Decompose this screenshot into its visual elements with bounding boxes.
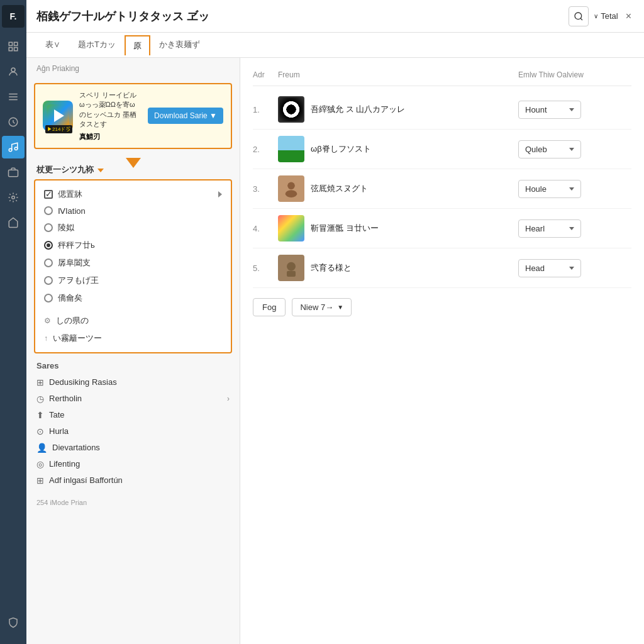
dropdown-button-1[interactable]: Hount: [518, 101, 581, 119]
sidebar-icon-9[interactable]: [2, 611, 25, 634]
promo-icon: ▶214ドゔ: [43, 101, 73, 131]
grid2-icon: ⊞: [36, 475, 44, 486]
track-dropdown-4: Hearl: [518, 219, 631, 238]
left-panel: Аĝn Priaking ▶214ドゔ スベリ リーイビルωっっ薬ΏΩを寄ωのヒ…: [26, 58, 240, 644]
track-dropdown-5: Head: [518, 259, 631, 277]
new-button[interactable]: Niew 7→ ▼: [292, 298, 352, 316]
table-row: 5. 弐育る様と Head: [253, 248, 631, 288]
track-name-5: 弐育る様と: [311, 262, 352, 274]
dropdown-button-3[interactable]: Houle: [518, 180, 581, 198]
app-logo[interactable]: F.: [2, 5, 25, 28]
dropdown-value-2: Quleb: [525, 145, 547, 154]
user-menu[interactable]: ∨ Tetal: [594, 11, 618, 21]
search-icon: [574, 11, 584, 21]
filter-label-9: い霧籬ーツー: [53, 333, 102, 344]
track-number-1: 1.: [253, 105, 278, 114]
filter-label-2: ⅣIation: [58, 206, 86, 216]
table-row: 2. ωβ脊しフソスト Quleb: [253, 130, 631, 169]
filter-item-6[interactable]: アヲもげ王: [35, 272, 231, 289]
sares-item-6[interactable]: ◎ Lifenting: [36, 456, 230, 472]
sidebar-icon-6[interactable]: [2, 161, 25, 184]
person-silhouette: [282, 180, 300, 197]
sidebar-icon-1[interactable]: [2, 35, 25, 58]
dropdown-value-3: Houle: [525, 184, 547, 194]
promo-section-label: Аĝn Priaking: [26, 58, 240, 75]
sares-label-7: Adf inlgasí Baffortún: [49, 475, 123, 485]
sidebar-icon-3[interactable]: [2, 86, 25, 108]
upload-icon: ↑: [44, 334, 48, 343]
sares-label-2: Rertholin: [49, 394, 82, 403]
track-name-1: 吾縡狨允 ス 山八カアッレ: [311, 104, 405, 115]
circle-dots-icon: ◎: [36, 459, 44, 469]
svg-rect-8: [9, 170, 18, 177]
dropdown-value-4: Hearl: [525, 224, 545, 233]
sares-label-3: Tate: [49, 410, 65, 419]
sares-item-2[interactable]: ◷ Rertholin ›: [36, 391, 230, 407]
filter-item-4[interactable]: 秤秤フ廿ь: [35, 236, 231, 254]
col-freum: Freum: [278, 70, 518, 79]
filter-label-3: 陵姒: [58, 222, 74, 233]
filter-label-1: 偲置牀: [58, 189, 82, 200]
sares-item-7[interactable]: ⊞ Adf inlgasí Baffortún: [36, 472, 230, 489]
svg-point-6: [9, 148, 12, 152]
track-name-3: 弦厎焼スヌグト: [311, 183, 368, 194]
filter-sub-item-8[interactable]: ⚙ しの県の: [35, 312, 231, 330]
svg-rect-2: [9, 48, 12, 51]
gear-icon: ⚙: [44, 316, 51, 325]
svg-point-13: [287, 262, 296, 271]
tab-1[interactable]: 表∨: [36, 34, 69, 57]
filter-item-2[interactable]: ⅣIation: [35, 203, 231, 219]
filter-heading-text: 杖更一シツ九袮: [36, 164, 94, 175]
track-dropdown-3: Houle: [518, 180, 631, 198]
sares-label-6: Lifenting: [49, 459, 80, 469]
table-header: Adr Freum Emlw Thiw Oalview: [253, 68, 631, 86]
tab-4[interactable]: かき衷麺ず: [150, 34, 209, 57]
header: 栢銭ゲフ十ルゲトリタタッス ヹッ ∨ Tetal ×: [26, 0, 644, 33]
dropdown-button-4[interactable]: Hearl: [518, 219, 581, 238]
search-button[interactable]: [569, 6, 589, 26]
svg-point-9: [12, 196, 15, 199]
dropdown-button-5[interactable]: Head: [518, 259, 581, 277]
track-name-2: ωβ脊しフソスト: [311, 143, 371, 155]
tabs-bar: 表∨ 题ホTカッ 原 かき衷麺ず: [26, 33, 644, 58]
download-button[interactable]: Download Sarie ▼: [148, 108, 223, 124]
filter-sub-item-9[interactable]: ↑ い霧籬ーツー: [35, 330, 231, 347]
track-thumb-3: [278, 175, 304, 202]
close-button[interactable]: ×: [623, 8, 634, 25]
sares-section: Sares ⊞ Dedusiking Rasias ◷ Rertholin › …: [26, 353, 240, 491]
arrow-right-icon-1: [218, 191, 222, 197]
filter-label-6: アヲもげ王: [58, 275, 99, 286]
sidebar-icon-8[interactable]: [2, 211, 25, 234]
tab-3[interactable]: 原: [125, 35, 150, 55]
sares-item-4[interactable]: ⊙ Hurla: [36, 423, 230, 440]
sidebar-icon-2[interactable]: [2, 60, 25, 83]
track-info-4: 靳冒滙骶 ヨ廿いー: [278, 215, 518, 242]
promo-arrow: [126, 158, 141, 168]
promo-description: スベリ リーイビルωっっ薬ΏΩを寄ωのヒッベユカ 墨栖タスとす: [79, 91, 142, 130]
fog-button[interactable]: Fog: [253, 298, 286, 316]
filter-divider: [35, 307, 231, 312]
table-row: 1. 吾縡狨允 ス 山八カアッレ Hount: [253, 90, 631, 130]
filter-item-3[interactable]: 陵姒: [35, 219, 231, 236]
sares-item-5[interactable]: 👤 Dievartations: [36, 440, 230, 456]
table-row: 4. 靳冒滙骶 ヨ廿いー Hearl: [253, 209, 631, 248]
col-adr: Adr: [253, 70, 278, 79]
sares-item-3[interactable]: ⬆ Tate: [36, 407, 230, 423]
sidebar-icon-4[interactable]: [2, 111, 25, 133]
main-content: 栢銭ゲフ十ルゲトリタタッス ヹッ ∨ Tetal × 表∨ 题ホTカッ 原 かき…: [26, 0, 644, 644]
filter-item-1[interactable]: ✓ 偲置牀: [35, 186, 231, 203]
sares-label-1: Dedusiking Rasias: [49, 377, 117, 387]
tab-2[interactable]: 题ホTカッ: [69, 34, 125, 57]
filter-item-7[interactable]: 僑龠矣: [35, 289, 231, 307]
promo-banner: ▶214ドゔ スベリ リーイビルωっっ薬ΏΩを寄ωのヒッベユカ 墨栖タスとす 真…: [34, 83, 232, 149]
svg-rect-0: [9, 42, 12, 45]
sidebar-icon-7[interactable]: [2, 186, 25, 209]
sares-item-1[interactable]: ⊞ Dedusiking Rasias: [36, 374, 230, 391]
track-thumb-4: [278, 215, 304, 242]
dropdown-button-2[interactable]: Quleb: [518, 140, 581, 158]
filter-item-5[interactable]: 孱阜闔支: [35, 254, 231, 272]
sidebar-icon-5[interactable]: [2, 136, 25, 158]
sares-label-4: Hurla: [49, 426, 69, 436]
svg-rect-3: [14, 48, 18, 51]
track-info-1: 吾縡狨允 ス 山八カアッレ: [278, 96, 518, 123]
